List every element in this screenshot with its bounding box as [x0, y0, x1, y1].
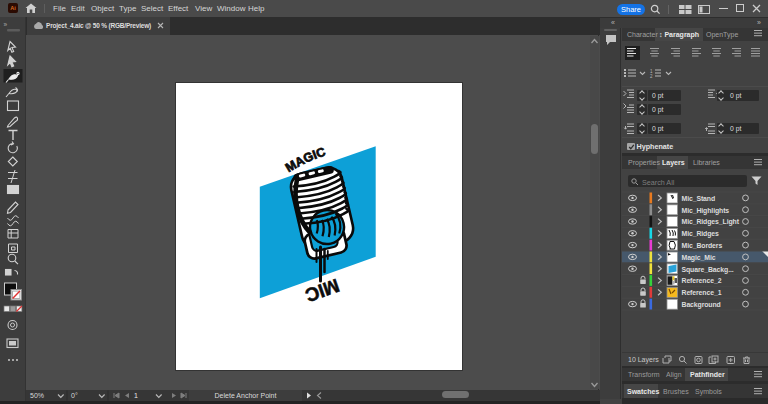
svg-text:Mic_Stand: Mic_Stand: [682, 195, 716, 202]
svg-text:0°: 0°: [71, 392, 78, 399]
svg-text:2: 2: [650, 74, 653, 79]
svg-text:50%: 50%: [30, 392, 44, 399]
svg-text:Mic_Highlights: Mic_Highlights: [682, 207, 730, 215]
svg-text:Square_Backg...: Square_Backg...: [682, 266, 734, 274]
svg-text:Mic_Ridges: Mic_Ridges: [682, 230, 720, 238]
svg-text:Mic_Ridges_Light: Mic_Ridges_Light: [682, 218, 740, 226]
svg-text:Background: Background: [682, 301, 721, 309]
svg-text:Reference_2: Reference_2: [682, 277, 722, 284]
svg-text:Delete Anchor Point: Delete Anchor Point: [215, 392, 277, 399]
svg-text:Mic_Borders: Mic_Borders: [682, 242, 723, 249]
svg-text:»: »: [4, 21, 8, 28]
svg-text:Reference_1: Reference_1: [682, 289, 722, 296]
svg-text:1: 1: [134, 392, 138, 399]
svg-text:1: 1: [650, 69, 653, 74]
svg-text:Magic_Mic: Magic_Mic: [682, 254, 716, 262]
